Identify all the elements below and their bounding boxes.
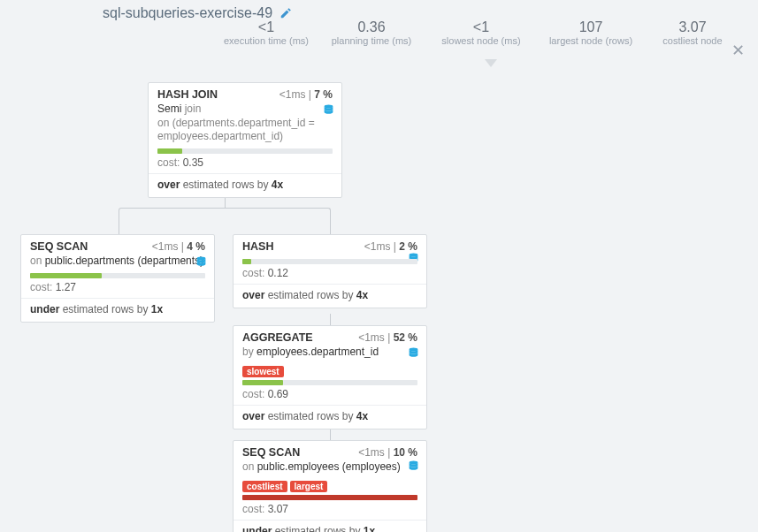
- metric-label: slowest node (ms): [434, 35, 528, 46]
- node-stats: <1ms | 7 %: [279, 88, 333, 101]
- database-icon[interactable]: [195, 256, 207, 268]
- svg-point-4: [410, 461, 418, 465]
- tag-largest: largest: [290, 481, 328, 492]
- node-aggregate[interactable]: AGGREGATE <1ms | 52 % by employees.depar…: [233, 325, 427, 429]
- node-title: HASH JOIN: [157, 88, 218, 101]
- metric-value: <1: [224, 19, 309, 35]
- connector: [119, 208, 331, 234]
- metric-value: <1: [434, 19, 528, 35]
- metric-value: 107: [542, 19, 639, 35]
- node-subtitle: on public.employees (employees): [234, 460, 426, 478]
- node-stats: <1ms | 2 %: [364, 240, 417, 253]
- metric-label: costliest node: [654, 35, 731, 46]
- cost-bar: [21, 272, 214, 279]
- metric-costliest-node: 3.07 costliest node: [654, 19, 731, 46]
- metric-value: 0.36: [323, 19, 420, 35]
- node-subtitle: by employees.department_id: [234, 346, 426, 363]
- estimate-row: under estimated rows by 1x: [21, 299, 214, 322]
- node-stats: <1ms | 52 %: [358, 331, 417, 344]
- cost-bar: [149, 148, 341, 155]
- metric-execution-time: <1 execution time (ms): [224, 19, 309, 46]
- close-icon[interactable]: ✕: [731, 42, 745, 58]
- node-subtitle: [234, 255, 426, 258]
- node-seq-scan-departments[interactable]: SEQ SCAN <1ms | 4 % on public.department…: [20, 234, 215, 323]
- node-hash[interactable]: HASH <1ms | 2 % cost: 0.12 over estimate…: [233, 234, 427, 308]
- cost-row: cost: 3.07: [234, 501, 426, 521]
- metric-largest-node: 107 largest node (rows): [542, 19, 639, 46]
- svg-point-2: [410, 254, 418, 257]
- cost-bar: [234, 258, 426, 265]
- metric-label: planning time (ms): [323, 35, 420, 46]
- node-stats: <1ms | 10 %: [358, 446, 417, 459]
- database-icon[interactable]: [408, 347, 419, 359]
- metric-slowest-node: <1 slowest node (ms): [434, 19, 528, 46]
- node-title: SEQ SCAN: [242, 446, 300, 459]
- node-tags: costliestlargest: [234, 478, 426, 494]
- node-subtitle: Semi join on (departments.department_id …: [149, 103, 341, 148]
- svg-point-0: [325, 105, 333, 109]
- node-subtitle: on public.departments (departments): [21, 255, 214, 272]
- estimate-row: over estimated rows by 4x: [234, 406, 426, 429]
- metric-label: execution time (ms): [224, 35, 309, 46]
- node-stats: <1ms | 4 %: [152, 240, 205, 253]
- node-tags: slowest: [234, 363, 426, 379]
- cost-row: cost: 0.69: [234, 386, 426, 406]
- metric-planning-time: 0.36 planning time (ms): [323, 19, 420, 46]
- tag-slowest: slowest: [242, 366, 284, 377]
- flag-marker-icon: [485, 59, 497, 67]
- node-hash-join[interactable]: HASH JOIN <1ms | 7 % Semi join on (depar…: [148, 82, 342, 198]
- svg-point-1: [197, 257, 206, 261]
- cost-row: cost: 0.12: [234, 265, 426, 285]
- node-title: AGGREGATE: [242, 331, 313, 344]
- cost-row: cost: 0.35: [149, 155, 341, 174]
- metric-value: 3.07: [654, 19, 731, 35]
- estimate-row: over estimated rows by 4x: [234, 285, 426, 308]
- tag-costliest: costliest: [242, 481, 287, 492]
- edit-title-icon[interactable]: [279, 7, 292, 19]
- node-title: HASH: [242, 240, 273, 253]
- database-icon[interactable]: [323, 104, 334, 116]
- cost-bar: [234, 379, 426, 386]
- node-title: SEQ SCAN: [30, 240, 88, 253]
- metric-label: largest node (rows): [542, 35, 639, 46]
- node-seq-scan-employees[interactable]: SEQ SCAN <1ms | 10 % on public.employees…: [233, 440, 427, 532]
- estimate-row: over estimated rows by 4x: [149, 174, 341, 197]
- cost-bar: [234, 494, 426, 501]
- metrics-header: <1 execution time (ms) 0.36 planning tim…: [0, 19, 758, 46]
- database-icon[interactable]: [408, 460, 419, 472]
- svg-point-3: [410, 348, 418, 352]
- cost-row: cost: 1.27: [21, 279, 214, 299]
- estimate-row: under estimated rows by 1x: [234, 521, 426, 532]
